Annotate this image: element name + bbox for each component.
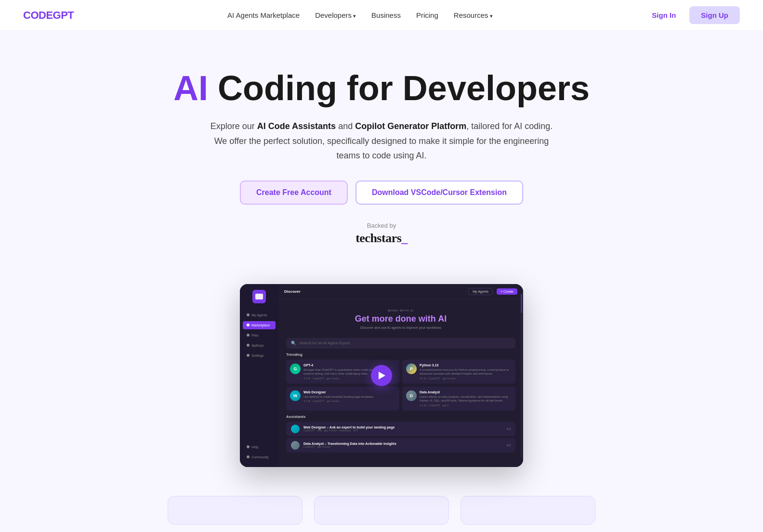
assistant-card-web[interactable]: Web Designer – Ask an expert to build yo… (286, 422, 515, 436)
agent-icon-python: P (406, 363, 417, 374)
sidebar-item-help[interactable]: Help (243, 443, 276, 451)
app-search-icon: 🔍 (291, 341, 296, 346)
create-account-button[interactable]: Create Free Account (240, 181, 348, 205)
app-screenshot: My Agents Marketplace Files ApiKeys Sett… (240, 284, 523, 467)
bottom-card-left (168, 496, 303, 525)
agent-icon-letter-gpt: G (293, 366, 297, 371)
sidebar-dot-help (247, 445, 250, 448)
sidebar-item-my-agents[interactable]: My Agents (243, 311, 276, 319)
sidebar-item-marketplace[interactable]: Marketplace (243, 321, 276, 329)
sidebar-item-settings[interactable]: Settings (243, 351, 276, 360)
assistant-meta-web: CodeGPT · 998 · gpt-4-turbo · Instructed… (303, 429, 503, 432)
assistants-title: Assistants (286, 415, 515, 419)
app-topbar-right: My Agents + Create (468, 288, 517, 295)
nav-links: AI Agents Marketplace Developers Busines… (227, 11, 493, 20)
trending-title: Trending (286, 352, 515, 357)
nav-item-resources[interactable]: Resources (454, 11, 493, 20)
bottom-card-right (460, 496, 595, 525)
app-hero-title: Get more done with AI (288, 314, 513, 324)
agent-icon-web: W (290, 390, 301, 401)
trending-card-data[interactable]: D Data Analyst Expert advice on data ana… (402, 387, 515, 411)
sidebar-logo-inner (255, 294, 263, 299)
nav-actions: Sign In Sign Up (646, 6, 740, 24)
assistant-info-data: Data Analyst – Transforming Data into Ac… (303, 442, 503, 448)
agent-desc-data: Expert advice on data analysis, visualiz… (420, 395, 512, 403)
topbar-create-btn[interactable]: + Create (497, 288, 517, 295)
app-trending-section: Trending G GPT-4 Stronger than ChatGPT i… (278, 352, 523, 411)
assistant-icon-web (291, 425, 300, 433)
topbar-my-agents-btn[interactable]: My Agents (468, 288, 493, 295)
agent-icon-gpt4: G (290, 363, 301, 374)
sidebar-label-apikeys: ApiKeys (251, 344, 264, 347)
app-inner: My Agents Marketplace Files ApiKeys Sett… (240, 284, 523, 467)
agent-icon-letter-web: W (293, 393, 298, 398)
scrollbar-track[interactable] (521, 294, 522, 457)
topbar-discover: Discover (284, 289, 301, 294)
logo-highlight: CODE (23, 9, 53, 21)
hero-description: Explore our AI Code Assistants and Copil… (203, 119, 560, 163)
sidebar-dot-community (247, 455, 250, 458)
techstars-logo: techstars (10, 231, 753, 246)
sidebar-dot-files (247, 334, 250, 337)
signin-button[interactable]: Sign In (646, 7, 682, 23)
logo[interactable]: CODEGPT (23, 9, 74, 22)
sidebar-dot-my-agents (247, 313, 250, 316)
signup-button[interactable]: Sign Up (689, 6, 740, 24)
agent-icon-letter-data: D (410, 393, 413, 398)
backed-label: Backed by (10, 222, 753, 229)
sidebar-item-files[interactable]: Files (243, 331, 276, 339)
agent-desc-web: Use tailwind to create beautiful landing… (303, 395, 395, 399)
assistant-info-web: Web Designer – Ask an expert to build yo… (303, 426, 503, 432)
agent-meta-web: 4.0 ★ · CodeGPT · gpt-4-turbo (303, 400, 395, 402)
nav-item-pricing[interactable]: Pricing (416, 11, 438, 20)
sidebar-item-apikeys[interactable]: ApiKeys (243, 341, 276, 350)
assistant-name-web: Web Designer – Ask an expert to build yo… (303, 426, 503, 429)
app-content-scroll[interactable]: WORK WITH AI Get more done with AI Disco… (278, 299, 523, 467)
assistant-meta-data: CodeGPT · gpt-4-turbo (303, 445, 503, 448)
agent-info-web: Web Designer Use tailwind to create beau… (303, 390, 395, 407)
assistant-icon-data (291, 441, 300, 450)
app-assistants-section: Assistants Web Designer – Ask an expert … (278, 415, 523, 453)
play-button[interactable] (371, 365, 392, 386)
trending-card-python[interactable]: P Python 3.10 A comprehensive resource f… (402, 360, 515, 384)
nav-item-business[interactable]: Business (371, 11, 401, 20)
app-sidebar: My Agents Marketplace Files ApiKeys Sett… (240, 284, 278, 467)
logo-rest: GPT (53, 9, 74, 21)
agent-meta-python: 4.9 ★ · CodeGPT · gpt-4-turbo (420, 377, 512, 380)
agent-info-python: Python 3.10 A comprehensive resource for… (420, 363, 512, 380)
app-topbar-left: Discover (284, 289, 301, 294)
bottom-card-center (314, 496, 449, 525)
hero-title-rest: Coding for Developers (208, 69, 590, 107)
app-search-placeholder: Search for an AI Agent Expert (299, 341, 350, 345)
sidebar-label-marketplace: Marketplace (251, 324, 270, 327)
agent-name-python: Python 3.10 (420, 363, 512, 367)
app-hero-label: WORK WITH AI (288, 309, 513, 312)
nav-item-developers[interactable]: Developers (315, 11, 356, 20)
assistant-rating-data: 3.0 (507, 444, 511, 447)
sidebar-label-files: Files (251, 334, 259, 337)
agent-meta-data: 2.9 ★ · CodeGPT · gpt-4 (420, 404, 512, 407)
bottom-cards-row (0, 496, 763, 525)
assistant-name-data: Data Analyst – Transforming Data into Ac… (303, 442, 503, 445)
trending-card-web[interactable]: W Web Designer Use tailwind to create be… (286, 387, 399, 411)
app-screenshot-wrapper: My Agents Marketplace Files ApiKeys Sett… (0, 284, 763, 467)
navbar: CODEGPT AI Agents Marketplace Developers… (0, 0, 763, 31)
nav-item-marketplace[interactable]: AI Agents Marketplace (227, 11, 300, 20)
app-search-bar[interactable]: 🔍 Search for an AI Agent Expert (286, 338, 515, 349)
hero-buttons: Create Free Account Download VSCode/Curs… (10, 181, 753, 205)
sidebar-item-community[interactable]: Community (243, 453, 276, 461)
download-extension-button[interactable]: Download VSCode/Cursor Extension (355, 181, 523, 205)
agent-desc-python: A comprehensive resource for Python prog… (420, 368, 512, 376)
scrollbar-thumb[interactable] (521, 294, 522, 313)
sidebar-label-settings: Settings (251, 354, 263, 357)
agent-info-data: Data Analyst Expert advice on data analy… (420, 390, 512, 407)
backed-by-section: Backed by techstars (10, 222, 753, 246)
assistant-card-data[interactable]: Data Analyst – Transforming Data into Ac… (286, 438, 515, 453)
trending-grid: G GPT-4 Stronger than ChatGPT in quantit… (286, 360, 515, 411)
app-hero-subtitle: Discover and use AI agents to improve yo… (288, 326, 513, 329)
hero-heading: AI Coding for Developers (10, 69, 753, 107)
sidebar-dot-marketplace (247, 324, 250, 326)
sidebar-label-help: Help (251, 445, 258, 449)
app-hero-text: WORK WITH AI Get more done with AI Disco… (278, 299, 523, 334)
sidebar-label-my-agents: My Agents (251, 313, 267, 317)
